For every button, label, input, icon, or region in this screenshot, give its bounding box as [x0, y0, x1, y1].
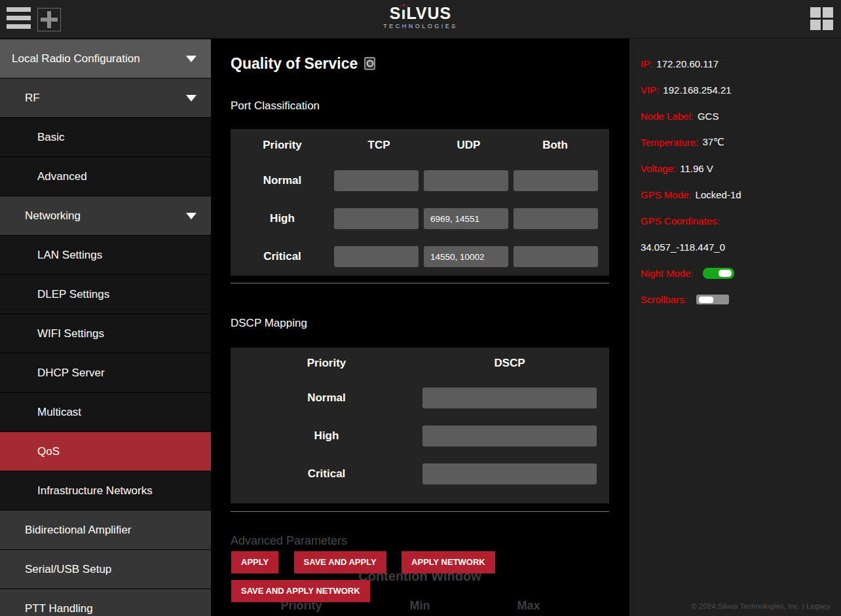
- high-udp-input[interactable]: [424, 208, 508, 229]
- high-tcp-input[interactable]: [334, 208, 419, 229]
- column-header: Both: [514, 129, 597, 162]
- sidebar-item-networking[interactable]: Networking: [0, 196, 211, 236]
- status-row-temperature: Temperature: 37℃: [629, 129, 841, 155]
- plus-button[interactable]: [37, 8, 61, 31]
- antenna-icon: [402, 4, 405, 7]
- status-row-gps-mode: GPS Mode: Locked-1d: [629, 181, 841, 208]
- column-header: Priority: [231, 348, 422, 379]
- silvus-logo: SıLVUS TECHNOLOGIES: [383, 5, 458, 29]
- column-header: UDP: [424, 129, 514, 162]
- sidebar-item-bidirectional-amplifier[interactable]: Bidirectional Amplifier: [0, 511, 211, 550]
- scrollbars-toggle[interactable]: [696, 295, 729, 304]
- row-label-critical: Critical: [231, 455, 422, 493]
- column-header: TCP: [334, 129, 424, 162]
- top-bar: SıLVUS TECHNOLOGIES: [0, 0, 841, 39]
- dscp-mapping-table: Priority DSCP Normal High Critical: [231, 348, 609, 503]
- chevron-down-icon: [186, 56, 196, 62]
- row-label-critical: Critical: [231, 238, 334, 276]
- help-doc-icon[interactable]: [364, 57, 375, 70]
- logo-subtitle: TECHNOLOGIES: [383, 23, 458, 29]
- high-dscp-input[interactable]: [422, 426, 597, 446]
- night-mode-row: Night Mode:: [629, 260, 841, 286]
- main-content: Quality of Service Port Classification P…: [211, 39, 629, 616]
- page-title: Quality of Service: [231, 55, 375, 73]
- column-header: Priority: [231, 129, 334, 162]
- save-and-apply-network-button[interactable]: SAVE AND APPLY NETWORK: [231, 580, 370, 602]
- status-row-gps-coordinates: GPS Coordinates:: [629, 208, 841, 234]
- sidebar-item-qos[interactable]: QoS: [0, 432, 211, 471]
- chevron-down-icon: [186, 213, 196, 219]
- critical-udp-input[interactable]: [424, 246, 508, 267]
- action-button-bar: APPLY SAVE AND APPLY APPLY NETWORK SAVE …: [231, 551, 624, 602]
- sidebar-item-wifi-settings[interactable]: WIFI Settings: [0, 314, 211, 353]
- critical-dscp-input[interactable]: [422, 463, 597, 484]
- normal-both-input[interactable]: [514, 170, 598, 191]
- high-both-input[interactable]: [514, 208, 598, 229]
- status-row-vip: VIP: 192.168.254.21: [629, 77, 841, 103]
- save-and-apply-button[interactable]: SAVE AND APPLY: [294, 551, 386, 573]
- sidebar-item-ptt-handling[interactable]: PTT Handling: [0, 589, 211, 616]
- apply-network-button[interactable]: APPLY NETWORK: [402, 551, 495, 573]
- sidebar-item-dlep-settings[interactable]: DLEP Settings: [0, 275, 211, 314]
- sidebar-item-dhcp-server[interactable]: DHCP Server: [0, 353, 211, 393]
- normal-dscp-input[interactable]: [422, 388, 597, 408]
- normal-udp-input[interactable]: [424, 170, 508, 191]
- status-row-voltage: Voltage: 11.96 V: [629, 155, 841, 181]
- copyright-footer: © 2024 Silvus Technologies, Inc. | Legac…: [691, 602, 831, 610]
- normal-tcp-input[interactable]: [334, 170, 419, 191]
- section-divider: [231, 283, 609, 283]
- left-nav-sidebar: Local Radio Configuration RF Basic Advan…: [0, 39, 211, 616]
- sidebar-item-advanced[interactable]: Advanced: [0, 157, 211, 196]
- night-mode-toggle[interactable]: [703, 268, 734, 279]
- critical-both-input[interactable]: [514, 246, 598, 267]
- row-label-high: High: [231, 200, 334, 238]
- sidebar-item-lan-settings[interactable]: LAN Settings: [0, 236, 211, 275]
- sidebar-item-multicast[interactable]: Multicast: [0, 393, 211, 432]
- row-label-high: High: [231, 417, 422, 455]
- apply-button[interactable]: APPLY: [231, 551, 278, 573]
- sidebar-item-serial-usb-setup[interactable]: Serial/USB Setup: [0, 550, 211, 589]
- port-classification-heading: Port Classification: [231, 100, 320, 113]
- status-row-node-label: Node Label: GCS: [629, 103, 841, 129]
- row-label-normal: Normal: [231, 379, 422, 417]
- advanced-parameters-heading: Advanced Parameters: [231, 534, 347, 548]
- chevron-down-icon: [186, 95, 196, 101]
- hamburger-menu-icon[interactable]: [7, 7, 31, 31]
- scrollbars-row: Scrollbars:: [629, 286, 841, 312]
- status-panel: IP: 172.20.60.117 VIP: 192.168.254.21 No…: [629, 39, 841, 616]
- port-classification-table: Priority TCP UDP Both Normal High Critic…: [231, 129, 609, 276]
- sidebar-item-basic[interactable]: Basic: [0, 118, 211, 157]
- sidebar-item-rf[interactable]: RF: [0, 79, 211, 118]
- critical-tcp-input[interactable]: [334, 246, 419, 267]
- gps-coordinates-value: 34.057_-118.447_0: [629, 234, 841, 260]
- row-label-normal: Normal: [231, 162, 334, 200]
- logo-title: SıLVUS: [383, 5, 458, 22]
- dscp-mapping-heading: DSCP Mapping: [231, 317, 307, 330]
- grid-apps-icon[interactable]: [810, 7, 834, 31]
- status-row-ip: IP: 172.20.60.117: [629, 50, 841, 77]
- sidebar-item-local-radio-configuration[interactable]: Local Radio Configuration: [0, 39, 211, 79]
- sidebar-item-infrastructure-networks[interactable]: Infrastructure Networks: [0, 471, 211, 511]
- section-divider: [231, 511, 609, 512]
- column-header: DSCP: [422, 348, 597, 379]
